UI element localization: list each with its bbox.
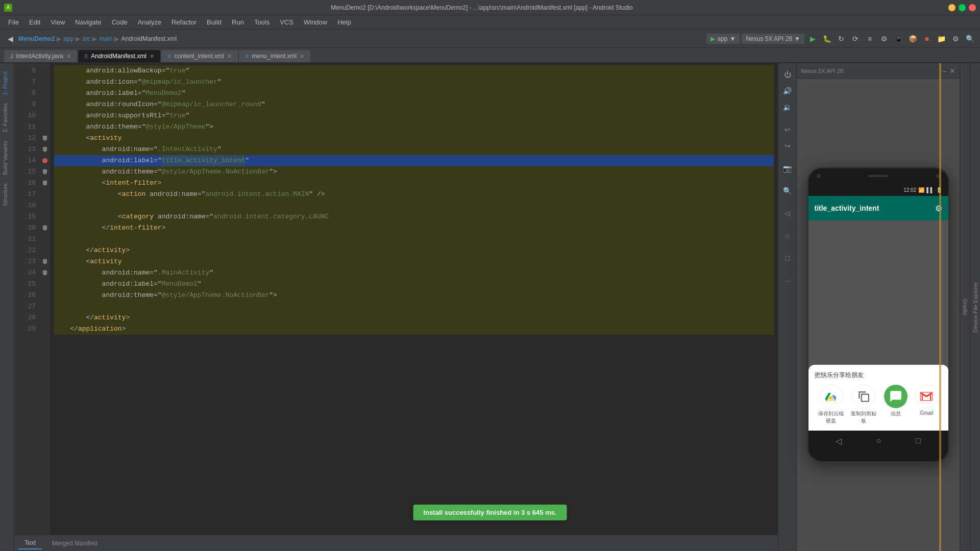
code-line-6: android:allowBackup="true" bbox=[54, 65, 774, 77]
copy-label: 复制到剪贴板 bbox=[851, 410, 876, 424]
avd-button[interactable]: 📱 bbox=[892, 33, 904, 45]
share-icon-message[interactable]: 信息 bbox=[884, 385, 908, 424]
code-line-21 bbox=[54, 234, 774, 245]
phone-top-area bbox=[808, 168, 948, 184]
gradle-sync-button[interactable]: ⚙ bbox=[878, 33, 890, 45]
volume-down-button[interactable]: 🔉 bbox=[780, 100, 795, 114]
search-button[interactable]: 🔍 bbox=[964, 33, 976, 45]
volume-up-button[interactable]: 🔊 bbox=[780, 84, 795, 98]
code-line-20: </intent-filter> bbox=[54, 222, 774, 234]
menu-analyze[interactable]: Analyze bbox=[134, 17, 165, 28]
sidebar-item-build[interactable]: Build Variants bbox=[0, 137, 14, 179]
breadcrumb-app[interactable]: app bbox=[63, 35, 74, 42]
settings-button[interactable]: ⚙ bbox=[949, 33, 962, 45]
share-icon-drive[interactable]: 保存到云端硬盘 bbox=[818, 385, 844, 424]
phone-toolbar: Nexus 5X API 26 – ✕ bbox=[797, 63, 960, 79]
window-controls[interactable] bbox=[948, 4, 976, 11]
phone-home-button[interactable]: ○ bbox=[876, 436, 881, 445]
folder-button[interactable]: 📁 bbox=[935, 33, 947, 45]
structure-button[interactable]: ≡ bbox=[864, 33, 876, 45]
signal-icon: ▌▌ bbox=[926, 187, 934, 193]
menu-vcs[interactable]: VCS bbox=[276, 17, 298, 28]
back-nav-button[interactable]: ◁ bbox=[780, 206, 795, 220]
breadcrumb-project[interactable]: MenuDemo2 bbox=[18, 35, 55, 42]
wifi-icon: 📶 bbox=[918, 187, 924, 193]
tab-text[interactable]: Text bbox=[18, 537, 42, 549]
menu-view[interactable]: View bbox=[46, 17, 69, 28]
menu-build[interactable]: Build bbox=[203, 17, 226, 28]
menu-refactor[interactable]: Refactor bbox=[167, 17, 201, 28]
phone-camera bbox=[817, 174, 821, 178]
run-button[interactable]: ▶ bbox=[806, 33, 819, 45]
menu-help[interactable]: Help bbox=[333, 17, 355, 28]
screenshot-button[interactable]: 📷 bbox=[780, 161, 795, 176]
minimize-button[interactable] bbox=[948, 4, 955, 11]
breadcrumb-src[interactable]: src bbox=[82, 35, 90, 42]
svg-rect-0 bbox=[862, 394, 869, 402]
device-file-panel[interactable]: Device File Explorer bbox=[970, 63, 980, 551]
phone-minimize[interactable]: – bbox=[942, 67, 946, 75]
phone-speaker bbox=[868, 175, 889, 177]
share-icon-gmail[interactable]: Gmail bbox=[915, 385, 938, 424]
menu-edit[interactable]: Edit bbox=[25, 17, 44, 28]
close-button[interactable] bbox=[969, 4, 976, 11]
tab-content-intent[interactable]: X content_intent.xml ✕ bbox=[161, 50, 238, 62]
back-button[interactable]: ◀ bbox=[4, 33, 16, 45]
phone-recents-button[interactable]: □ bbox=[916, 436, 921, 445]
recents-nav-button[interactable]: □ bbox=[780, 251, 795, 265]
menu-file[interactable]: File bbox=[4, 17, 23, 28]
breadcrumb-main[interactable]: main bbox=[99, 35, 112, 42]
maximize-button[interactable] bbox=[959, 4, 966, 11]
run-config-dropdown[interactable]: ▶ app ▼ bbox=[706, 34, 740, 44]
rotate-left-button[interactable]: ↩ bbox=[780, 122, 795, 137]
share-icon-copy[interactable]: 复制到剪贴板 bbox=[851, 385, 876, 424]
menu-run[interactable]: Run bbox=[228, 17, 248, 28]
menu-navigate[interactable]: Navigate bbox=[71, 17, 105, 28]
gmail-icon bbox=[915, 385, 938, 408]
code-line-16: <intent-filter> bbox=[54, 178, 774, 189]
sdk-button[interactable]: 📦 bbox=[906, 33, 919, 45]
editor-tabs: J IntentActivity.java ✕ X AndroidManifes… bbox=[0, 48, 980, 63]
main-layout: 1: Project 2: Favorites Build Variants S… bbox=[0, 63, 980, 551]
phone-app-bar[interactable]: title_activity_intent ⚙ bbox=[808, 196, 948, 220]
sidebar-item-structure[interactable]: Structure bbox=[0, 179, 14, 210]
zoom-in-button[interactable]: 🔍 bbox=[780, 184, 795, 198]
breadcrumb-file[interactable]: AndroidManifest.xml bbox=[121, 35, 177, 42]
code-line-19: <category android:name="android.intent.c… bbox=[54, 211, 774, 222]
tab-intentactivity[interactable]: J IntentActivity.java ✕ bbox=[4, 50, 77, 62]
stop-button[interactable]: ■ bbox=[921, 33, 933, 45]
editor-container[interactable]: 6 7 8 9 10 11 12 13 14 15 16 17 18 19 20… bbox=[14, 63, 778, 551]
rotate-right-button[interactable]: ↪ bbox=[780, 139, 795, 153]
run-config-label: app bbox=[717, 35, 727, 42]
copy-icon bbox=[852, 385, 875, 408]
gradle-label[interactable]: Gradle bbox=[962, 298, 968, 315]
phone-back-button[interactable]: ◁ bbox=[836, 436, 842, 446]
menu-window[interactable]: Window bbox=[300, 17, 331, 28]
phone-close[interactable]: ✕ bbox=[949, 67, 955, 75]
phone-status-bar: 12:02 📶 ▌▌ 🔋 bbox=[808, 184, 948, 196]
power-button[interactable]: ⏻ bbox=[780, 67, 795, 82]
tab-menu-intent[interactable]: X menu_intent.xml ✕ bbox=[239, 50, 310, 62]
gradle-panel[interactable]: Gradle bbox=[960, 63, 970, 551]
code-line-10: android:supportsRtl="true" bbox=[54, 110, 774, 121]
device-file-label[interactable]: Device File Explorer bbox=[972, 282, 978, 332]
right-tools-panel: ⏻ 🔊 🔉 ↩ ↪ 📷 🔍 ◁ ○ □ ··· bbox=[778, 63, 796, 551]
sidebar-item-project[interactable]: 1: Project bbox=[0, 67, 14, 99]
more-button[interactable]: ··· bbox=[780, 273, 795, 288]
device-dropdown[interactable]: Nexus 5X API 26 ▼ bbox=[742, 34, 804, 44]
code-editor[interactable]: android:allowBackup="true" android:icon=… bbox=[50, 63, 778, 535]
tab-merged-manifest[interactable]: Merged Manifest bbox=[46, 538, 104, 549]
menu-code[interactable]: Code bbox=[108, 17, 132, 28]
menu-tools[interactable]: Tools bbox=[250, 17, 274, 28]
refresh-button[interactable]: ↻ bbox=[835, 33, 847, 45]
sync-button[interactable]: ⟳ bbox=[849, 33, 862, 45]
phone-nav-bar[interactable]: ◁ ○ □ bbox=[808, 431, 948, 451]
sidebar-item-favorites[interactable]: 2: Favorites bbox=[0, 99, 14, 136]
phone-time: 12:02 bbox=[903, 187, 916, 193]
debug-button[interactable]: 🐛 bbox=[821, 33, 833, 45]
phone-content[interactable]: 把快乐分享给朋友 bbox=[808, 220, 948, 431]
home-nav-button[interactable]: ○ bbox=[780, 229, 795, 243]
toolbar: ◀ MenuDemo2 ▶ app ▶ src ▶ main ▶ Android… bbox=[0, 30, 980, 48]
gradle-accent-bar bbox=[939, 63, 941, 551]
tab-androidmanifest[interactable]: X AndroidManifest.xml ✕ bbox=[78, 50, 160, 62]
